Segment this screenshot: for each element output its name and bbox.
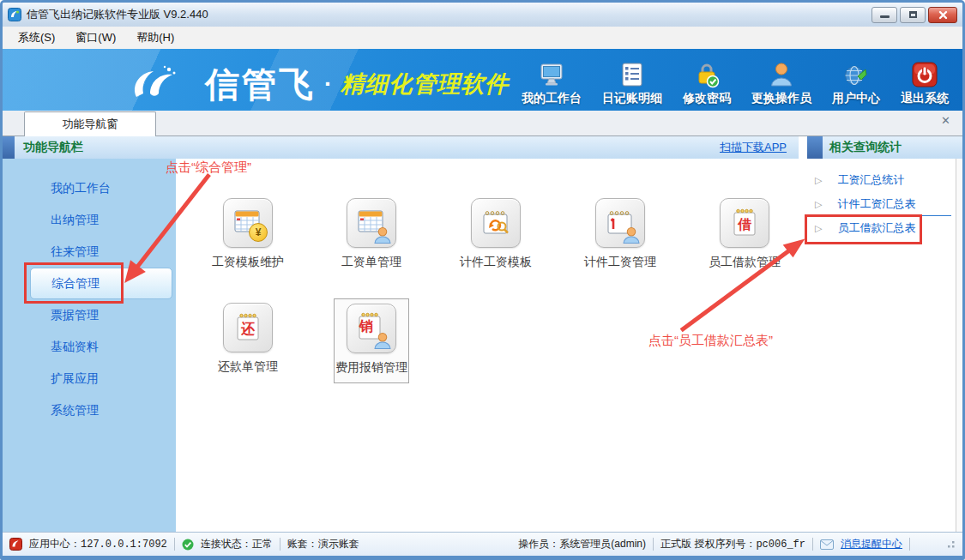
module-label: 工资单管理 bbox=[341, 255, 401, 270]
query-item-label: 计件工资汇总表 bbox=[837, 196, 915, 212]
person-icon bbox=[373, 227, 392, 244]
piecework-template-icon bbox=[471, 198, 521, 248]
query-scrollbar[interactable] bbox=[956, 159, 962, 532]
menu-item-window[interactable]: 窗口(W) bbox=[67, 27, 124, 48]
toolbar-journal-detail[interactable]: 日记账明细 bbox=[602, 61, 662, 106]
toolbar-user-center[interactable]: 用户中心 bbox=[832, 61, 880, 106]
employee-loan-icon: 借 bbox=[720, 198, 769, 248]
query-item-employee-loan-summary[interactable]: ▷ 员工借款汇总表 bbox=[807, 216, 915, 240]
module-piecework-mgmt[interactable]: 计件工资管理 bbox=[583, 198, 657, 270]
app-center-logo-icon bbox=[9, 538, 22, 551]
brand-name: 信管飞 bbox=[205, 61, 316, 108]
sidebar-item-comprehensive[interactable]: 综合管理 bbox=[30, 268, 172, 299]
minimize-button[interactable] bbox=[872, 7, 897, 23]
tab-strip: 功能导航窗 ✕ bbox=[3, 111, 962, 136]
toolbar-switch-operator[interactable]: 更换操作员 bbox=[751, 61, 811, 106]
close-button[interactable] bbox=[928, 7, 957, 23]
salary-template-icon: ¥ bbox=[223, 198, 273, 248]
column-divider bbox=[799, 136, 807, 532]
toolbar-label: 用户中心 bbox=[832, 91, 880, 106]
module-salary-template-maint[interactable]: ¥ 工资模板维护 bbox=[211, 198, 285, 270]
module-label: 还款单管理 bbox=[218, 359, 278, 375]
sidebar-item-cashier[interactable]: 出纳管理 bbox=[30, 204, 172, 236]
change-password-lock-icon bbox=[693, 61, 721, 88]
maximize-icon bbox=[909, 11, 917, 18]
header-accent-block bbox=[3, 136, 15, 159]
loan-char-glyph: 借 bbox=[721, 216, 769, 234]
menu-item-help[interactable]: 帮助(H) bbox=[128, 27, 183, 48]
header-accent-block bbox=[807, 136, 823, 159]
query-item-piecework-summary[interactable]: ▷ 计件工资汇总表 bbox=[807, 192, 915, 216]
status-account: 账套：演示账套 bbox=[287, 537, 359, 551]
module-salary-sheet-mgmt[interactable]: 工资单管理 bbox=[335, 198, 408, 270]
toolbar-label: 日记账明细 bbox=[602, 91, 662, 106]
nav-body: 我的工作台 出纳管理 往来管理 综合管理 票据管理 基础资料 扩展应用 系统管理 bbox=[3, 159, 799, 532]
tab-function-nav[interactable]: 功能导航窗 bbox=[24, 111, 156, 136]
brand-dot: · bbox=[324, 70, 332, 98]
journal-detail-icon bbox=[618, 61, 646, 88]
piecework-manage-icon bbox=[595, 198, 645, 248]
sidebar-item-system[interactable]: 系统管理 bbox=[30, 394, 172, 426]
status-separator bbox=[812, 538, 813, 551]
toolbar-change-password[interactable]: 修改密码 bbox=[683, 61, 731, 106]
nav-column: 功能导航栏 扫描下载APP 我的工作台 出纳管理 往来管理 综合管理 票据管理 … bbox=[3, 136, 799, 532]
maximize-button[interactable] bbox=[900, 7, 926, 23]
menu-item-system[interactable]: 系统(S) bbox=[9, 27, 63, 48]
content-area: 功能导航栏 扫描下载APP 我的工作台 出纳管理 往来管理 综合管理 票据管理 … bbox=[3, 136, 962, 532]
query-item-salary-summary[interactable]: ▷ 工资汇总统计 bbox=[807, 168, 904, 192]
expand-triangle-icon: ▷ bbox=[815, 199, 822, 210]
toolbar-label: 我的工作台 bbox=[522, 91, 582, 106]
download-app-link[interactable]: 扫描下载APP bbox=[720, 140, 787, 155]
sidebar-item-workbench[interactable]: 我的工作台 bbox=[30, 172, 172, 204]
tab-label: 功能导航窗 bbox=[63, 117, 118, 132]
resize-grip[interactable] bbox=[946, 539, 956, 549]
app-window: 信管飞出纳记账软件专业版 V9.2.440 系统(S) 窗口(W) 帮助(H) … bbox=[0, 0, 965, 560]
tab-close-icon[interactable]: ✕ bbox=[941, 115, 950, 126]
app-header: 信管飞 · 精细化管理软件 我的工作台 日记账明细 bbox=[3, 49, 962, 111]
title-bar: 信管飞出纳记账软件专业版 V9.2.440 bbox=[3, 3, 962, 27]
yuan-coin-icon: ¥ bbox=[249, 223, 268, 242]
status-operator: 操作员：系统管理员(admin) bbox=[518, 537, 646, 551]
module-expense-reimburse-mgmt[interactable]: 销 费用报销管理 bbox=[334, 298, 409, 383]
toolbar-exit-system[interactable]: 退出系统 bbox=[901, 61, 949, 106]
toolbar-my-workbench[interactable]: 我的工作台 bbox=[522, 61, 582, 106]
sidebar-item-extensions[interactable]: 扩展应用 bbox=[30, 363, 172, 394]
query-panel-header: 相关查询统计 bbox=[807, 136, 962, 159]
nav-panel-header: 功能导航栏 扫描下载APP bbox=[3, 136, 799, 159]
status-license: 正式版 授权序列号：pc006_fr bbox=[660, 537, 805, 551]
sidebar-item-contacts[interactable]: 往来管理 bbox=[30, 236, 172, 268]
module-area: ¥ 工资模板维护 bbox=[176, 159, 799, 532]
toolbar-label: 退出系统 bbox=[901, 91, 949, 106]
module-repayment-mgmt[interactable]: 还 还款单管理 bbox=[211, 303, 285, 375]
query-item-label: 员工借款汇总表 bbox=[837, 220, 915, 236]
expand-triangle-icon: ▷ bbox=[815, 175, 822, 186]
workbench-monitor-icon bbox=[538, 61, 565, 88]
expense-reimburse-icon: 销 bbox=[347, 304, 396, 353]
module-label: 计件工资管理 bbox=[584, 255, 656, 270]
person-icon bbox=[373, 333, 392, 349]
module-label: 费用报销管理 bbox=[335, 360, 407, 376]
expand-triangle-icon: ▷ bbox=[815, 223, 822, 234]
status-separator bbox=[280, 538, 280, 551]
repay-char-glyph: 还 bbox=[224, 321, 272, 339]
module-label: 计件工资模板 bbox=[460, 255, 532, 270]
mail-icon bbox=[820, 539, 834, 550]
message-center-link[interactable]: 消息提醒中心 bbox=[841, 537, 902, 551]
repayment-icon: 还 bbox=[223, 303, 273, 352]
header-toolbar: 我的工作台 日记账明细 修改密码 bbox=[522, 49, 962, 111]
query-column: 相关查询统计 ▷ 工资汇总统计 ▷ 计件工资汇总表 ▷ 员工借款汇总表 bbox=[807, 136, 962, 532]
sidebar-item-bills[interactable]: 票据管理 bbox=[30, 299, 172, 331]
brand-logo-icon bbox=[124, 64, 183, 104]
exit-system-power-icon bbox=[911, 61, 938, 88]
module-piecework-template[interactable]: 计件工资模板 bbox=[459, 198, 533, 270]
query-panel-title: 相关查询统计 bbox=[829, 140, 902, 155]
sidebar-item-basedata[interactable]: 基础资料 bbox=[30, 331, 172, 363]
status-bar: 应用中心：127.0.0.1:7092 连接状态：正常 账套：演示账套 操作员：… bbox=[3, 532, 962, 556]
query-item-label: 工资汇总统计 bbox=[837, 172, 904, 188]
minimize-icon bbox=[880, 15, 890, 18]
person-icon bbox=[622, 227, 641, 244]
module-employee-loan-mgmt[interactable]: 借 员工借款管理 bbox=[708, 198, 781, 270]
nav-sidebar: 我的工作台 出纳管理 往来管理 综合管理 票据管理 基础资料 扩展应用 系统管理 bbox=[3, 159, 176, 532]
window-title: 信管飞出纳记账软件专业版 V9.2.440 bbox=[27, 7, 208, 22]
status-separator bbox=[653, 538, 654, 551]
